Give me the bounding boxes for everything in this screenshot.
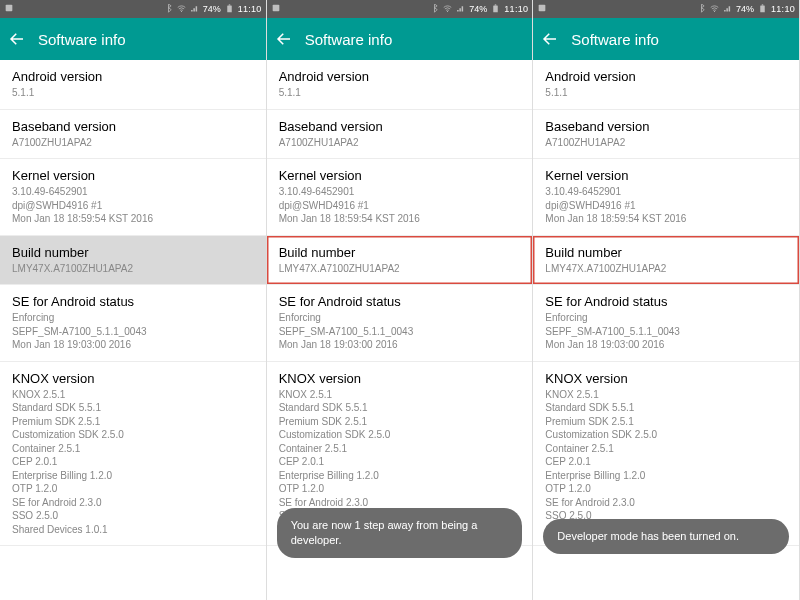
wifi-icon	[177, 4, 186, 15]
screenshot-icon	[4, 3, 16, 15]
svg-rect-6	[494, 5, 499, 12]
bluetooth-icon	[430, 4, 439, 15]
status-bar: 74% 11:10	[267, 0, 533, 18]
wifi-icon	[443, 4, 452, 15]
back-button[interactable]	[275, 30, 293, 48]
battery-text: 74%	[203, 4, 221, 14]
signal-icon	[456, 4, 465, 15]
svg-rect-10	[760, 5, 765, 12]
row-android-version[interactable]: Android version5.1.1	[533, 60, 799, 110]
battery-icon	[758, 4, 767, 15]
battery-text: 74%	[736, 4, 754, 14]
row-kernel-version[interactable]: Kernel version3.10.49-6452901dpi@SWHD491…	[267, 159, 533, 236]
row-build-number[interactable]: Build numberLMY47X.A7100ZHU1APA2	[0, 236, 266, 286]
svg-point-9	[714, 10, 715, 11]
wifi-icon	[710, 4, 719, 15]
row-android-version[interactable]: Android version5.1.1	[0, 60, 266, 110]
signal-icon	[723, 4, 732, 15]
svg-point-5	[447, 10, 448, 11]
signal-icon	[190, 4, 199, 15]
row-baseband-version[interactable]: Baseband versionA7100ZHU1APA2	[0, 110, 266, 160]
row-se-status[interactable]: SE for Android statusEnforcingSEPF_SM-A7…	[533, 285, 799, 362]
row-android-version[interactable]: Android version5.1.1	[267, 60, 533, 110]
row-baseband-version[interactable]: Baseband versionA7100ZHU1APA2	[533, 110, 799, 160]
settings-list[interactable]: Android version5.1.1 Baseband versionA71…	[0, 60, 266, 600]
settings-list[interactable]: Android version5.1.1 Baseband versionA71…	[533, 60, 799, 600]
toast-developer-mode-on: Developer mode has been turned on.	[543, 519, 789, 554]
row-se-status[interactable]: SE for Android statusEnforcingSEPF_SM-A7…	[267, 285, 533, 362]
status-bar: 74% 11:10	[0, 0, 266, 18]
battery-icon	[225, 4, 234, 15]
settings-list[interactable]: Android version5.1.1 Baseband versionA71…	[267, 60, 533, 600]
clock: 11:10	[504, 4, 528, 14]
svg-rect-8	[539, 5, 546, 12]
row-kernel-version[interactable]: Kernel version3.10.49-6452901dpi@SWHD491…	[0, 159, 266, 236]
row-kernel-version[interactable]: Kernel version3.10.49-6452901dpi@SWHD491…	[533, 159, 799, 236]
clock: 11:10	[238, 4, 262, 14]
screen-2: 74% 11:10 Software info Android version5…	[267, 0, 534, 600]
svg-rect-3	[228, 4, 230, 5]
row-build-number[interactable]: Build numberLMY47X.A7100ZHU1APA2	[533, 236, 799, 286]
screenshot-icon	[271, 3, 283, 15]
bluetooth-icon	[164, 4, 173, 15]
screenshot-icon	[537, 3, 549, 15]
back-button[interactable]	[541, 30, 559, 48]
toast-developer-steps: You are now 1 step away from being a dev…	[277, 508, 523, 558]
page-title: Software info	[305, 31, 393, 48]
battery-icon	[491, 4, 500, 15]
svg-point-1	[181, 10, 182, 11]
screen-1: 74% 11:10 Software info Android version5…	[0, 0, 267, 600]
svg-rect-2	[227, 5, 232, 12]
row-se-status[interactable]: SE for Android statusEnforcingSEPF_SM-A7…	[0, 285, 266, 362]
row-knox-version[interactable]: KNOX versionKNOX 2.5.1Standard SDK 5.5.1…	[0, 362, 266, 547]
app-bar: Software info	[0, 18, 266, 60]
row-build-number[interactable]: Build numberLMY47X.A7100ZHU1APA2	[267, 236, 533, 286]
bluetooth-icon	[697, 4, 706, 15]
app-bar: Software info	[533, 18, 799, 60]
row-baseband-version[interactable]: Baseband versionA7100ZHU1APA2	[267, 110, 533, 160]
app-bar: Software info	[267, 18, 533, 60]
battery-text: 74%	[469, 4, 487, 14]
svg-rect-4	[272, 5, 279, 12]
status-bar: 74% 11:10	[533, 0, 799, 18]
back-button[interactable]	[8, 30, 26, 48]
svg-rect-11	[762, 4, 764, 5]
page-title: Software info	[38, 31, 126, 48]
clock: 11:10	[771, 4, 795, 14]
svg-rect-0	[6, 5, 13, 12]
page-title: Software info	[571, 31, 659, 48]
svg-rect-7	[495, 4, 497, 5]
screen-3: 74% 11:10 Software info Android version5…	[533, 0, 800, 600]
